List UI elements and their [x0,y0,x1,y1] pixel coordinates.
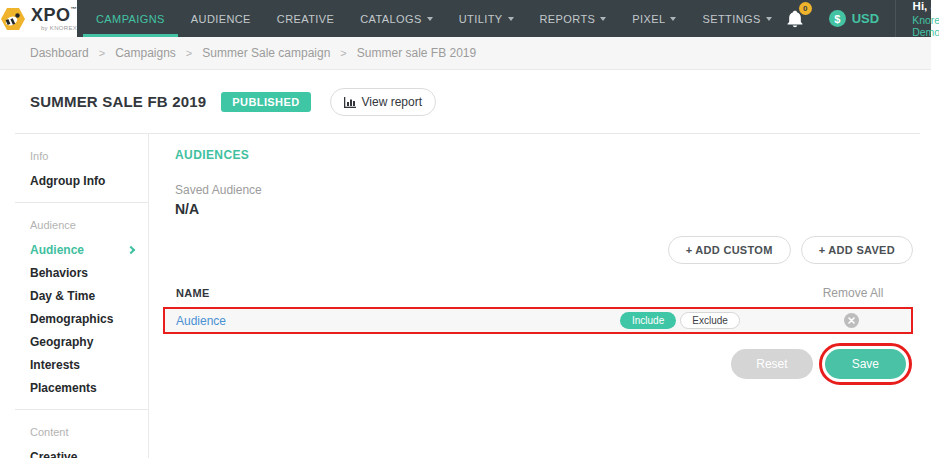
sidebar-item-interests[interactable]: Interests [30,359,148,371]
breadcrumb-separator: > [186,47,192,59]
audience-table-header: NAME Remove All [163,286,913,300]
add-saved-button[interactable]: + ADD SAVED [801,236,913,264]
chevron-down-icon [766,17,772,21]
audience-row-link[interactable]: Audience [176,314,620,328]
sidebar-item-creative[interactable]: Creative [30,451,148,458]
nav-item-reports[interactable]: REPORTS [527,0,620,37]
status-badge: PUBLISHED [221,92,310,112]
currency-code: USD [852,11,879,26]
user-menu[interactable]: Hi, Joie Lim Knorex Demo [895,0,939,37]
nav-item-audience[interactable]: AUDIENCE [178,0,264,37]
breadcrumb-adgroup-name[interactable]: Summer sale FB 2019 [357,46,476,60]
sidebar-group-label: Info [30,150,148,162]
title-row: SUMMER SALE FB 2019 PUBLISHED View repor… [0,70,931,133]
sidebar-item-day-time[interactable]: Day & Time [30,290,148,302]
sidebar-item-demographics[interactable]: Demographics [30,313,148,325]
sidebar-item-adgroup-info[interactable]: Adgroup Info [30,175,148,187]
sidebar-group-content: Content Creative Languages [15,409,148,458]
nav-item-utility[interactable]: UTILITY [446,0,527,37]
brand-logo-text: XPO™ by KNOREX [31,6,77,31]
trademark-symbol: ™ [71,6,78,12]
bee-hexagon-logo-icon [0,6,26,32]
remove-all-button[interactable]: Remove All [793,286,913,300]
page-title: SUMMER SALE FB 2019 [30,93,206,110]
currency-selector[interactable]: $ USD [829,10,879,27]
breadcrumb-campaign-name[interactable]: Summer Sale campaign [202,46,330,60]
brand-subtitle: by KNOREX [41,25,77,31]
sidebar-group-label: Audience [30,219,148,231]
page: XPO™ by KNOREX CAMPAIGNS AUDIENCE CREATI… [0,0,931,458]
chevron-down-icon [427,17,433,21]
chevron-down-icon [670,17,676,21]
main-nav: CAMPAIGNS AUDIENCE CREATIVE CATALOGS UTI… [83,0,785,37]
chevron-right-icon [127,246,135,254]
sidebar-item-behaviors[interactable]: Behaviors [30,267,148,279]
sidebar-group-audience: Audience Audience Behaviors Day & Time D… [15,202,148,409]
breadcrumb-campaigns[interactable]: Campaigns [115,46,176,60]
breadcrumb-separator: > [99,47,105,59]
add-buttons-row: + ADD CUSTOM + ADD SAVED [163,236,913,264]
sidebar: Info Adgroup Info Audience Audience Beha… [0,134,149,458]
sidebar-group-label: Content [30,426,148,438]
view-report-button[interactable]: View report [330,88,436,116]
include-badge[interactable]: Include [620,312,676,329]
nav-item-creative[interactable]: CREATIVE [264,0,347,37]
x-circle-icon [844,313,859,328]
sidebar-group-info: Info Adgroup Info [15,150,148,202]
chevron-down-icon [508,17,514,21]
saved-audience-label: Saved Audience [163,183,913,197]
breadcrumb: Dashboard > Campaigns > Summer Sale camp… [0,37,931,70]
chevron-down-icon [600,17,606,21]
breadcrumb-dashboard[interactable]: Dashboard [30,46,89,60]
nav-item-catalogs[interactable]: CATALOGS [347,0,445,37]
sidebar-item-geography[interactable]: Geography [30,336,148,348]
dollar-circle-icon: $ [829,10,846,27]
form-actions: Reset Save [163,349,913,379]
nav-item-settings[interactable]: SETTINGS [689,0,784,37]
sidebar-item-placements[interactable]: Placements [30,382,148,394]
main-panel: AUDIENCES Saved Audience N/A + ADD CUSTO… [149,134,931,458]
top-navbar: XPO™ by KNOREX CAMPAIGNS AUDIENCE CREATI… [0,0,931,37]
account-name: Knorex Demo [912,14,939,38]
include-exclude-toggle: Include Exclude [620,312,740,329]
content: Info Adgroup Info Audience Audience Beha… [0,134,931,458]
nav-item-campaigns[interactable]: CAMPAIGNS [83,0,178,37]
brand-name: XPO™ [31,6,77,24]
notifications-button[interactable]: 0 [785,9,805,29]
brand-logo[interactable]: XPO™ by KNOREX [0,0,77,37]
audiences-section-title: AUDIENCES [163,148,913,162]
remove-row-button[interactable] [791,313,911,328]
user-greeting: Hi, Joie Lim [913,0,939,12]
exclude-badge[interactable]: Exclude [680,312,740,329]
navbar-right: 0 $ USD Hi, Joie Lim Knorex Demo [785,0,939,37]
reset-button[interactable]: Reset [731,349,812,379]
breadcrumb-separator: > [340,47,346,59]
add-custom-button[interactable]: + ADD CUSTOM [668,236,791,264]
save-button[interactable]: Save [825,349,906,379]
notification-count-badge: 0 [799,2,812,15]
nav-item-pixel[interactable]: PIXEL [619,0,689,37]
bar-chart-icon [344,96,356,108]
sidebar-item-audience[interactable]: Audience [30,244,148,256]
audience-table-row: Audience Include Exclude [163,307,913,334]
name-column-header: NAME [176,287,793,299]
saved-audience-value: N/A [163,201,913,217]
